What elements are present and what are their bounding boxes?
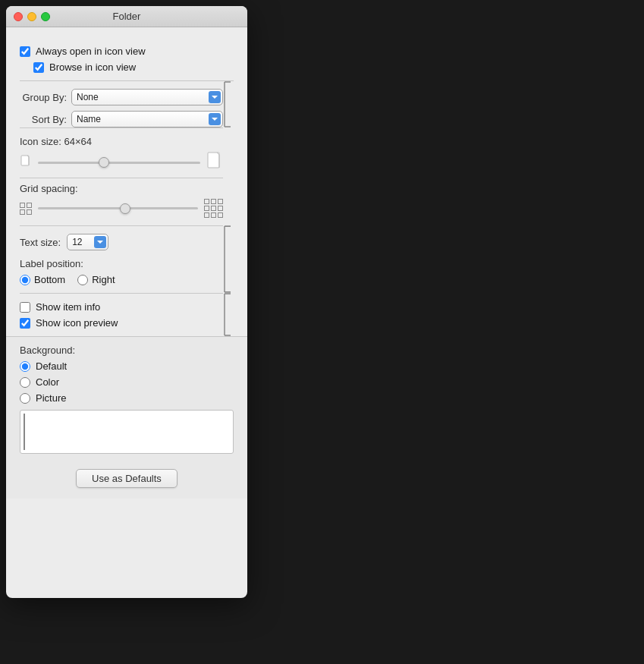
grid-spacing-section: Grid spacing: [20,178,223,225]
grid-cell [27,209,32,215]
show-icon-preview-checkbox[interactable] [20,318,30,329]
show-options-bracket [223,293,234,336]
icon-size-container: Icon size: 64×64 [20,127,234,178]
sort-by-select[interactable]: Name Kind Date Modified [71,111,223,127]
icon-size-header: Icon size: 64×64 [20,136,223,147]
background-preview [20,410,234,454]
bracket-svg [223,81,234,127]
background-section: Background: Default Color Picture [6,336,247,461]
text-label-bracket [223,225,234,293]
background-default-row: Default [20,360,234,372]
show-options-section: Show item info Show icon preview [20,293,223,336]
grid-icon-small [20,203,32,215]
label-position-label: Label position: [20,258,223,269]
traffic-lights [14,12,50,21]
icon-size-slider[interactable] [38,162,200,164]
icon-size-bracket-spacer [223,127,234,178]
label-position-radio-row: Bottom Right [20,274,223,285]
group-by-select[interactable]: None Name Kind Date Modified [71,89,223,105]
always-open-row: Always open in icon view [20,46,234,57]
grid-cell [204,199,209,204]
bracket-left-line [24,414,25,450]
minimize-button[interactable] [27,12,36,21]
background-picture-label: Picture [36,392,66,404]
group-sort-section: Group By: None Name Kind Date Modified [20,81,223,127]
title-bar: Folder [6,6,247,27]
icon-size-slider-row [20,152,223,173]
icon-size-section: Icon size: 64×64 [20,127,223,178]
icon-size-value: 64×64 [64,136,93,147]
grid-spacing-slider[interactable] [38,207,198,209]
window-content: Always open in icon view Browse in icon … [6,27,247,509]
group-sort-inner: Group By: None Name Kind Date Modified [20,81,223,127]
svg-rect-3 [21,156,29,165]
show-options-container: Show item info Show icon preview [20,293,234,336]
background-default-radio[interactable] [20,361,30,372]
grid-slider-row [20,199,223,218]
grid-cell [204,206,209,211]
background-picture-radio[interactable] [20,393,30,404]
label-bottom-text: Bottom [34,274,65,285]
file-icon-small [20,155,32,170]
grid-cell [211,206,216,211]
grid-cell [211,199,216,204]
defaults-button-row: Use as Defaults [6,461,247,499]
browse-row: Browse in icon view [33,61,234,73]
grid-spacing-container: Grid spacing: [20,178,234,225]
sort-by-select-wrapper: Name Kind Date Modified [71,111,223,127]
background-section-label: Background: [20,345,234,356]
maximize-button[interactable] [41,12,50,21]
close-button[interactable] [14,12,23,21]
grid-spacing-label: Grid spacing: [20,183,223,194]
text-size-select[interactable]: 10 11 12 13 14 [67,234,108,250]
background-color-label: Color [36,376,59,388]
text-label-section: Text size: 10 11 12 13 14 Label position… [20,225,223,293]
grid-cell [204,212,209,218]
folder-window: Folder Always open in icon view Browse i… [6,6,247,598]
label-right-text: Right [92,274,115,285]
group-sort-container: Group By: None Name Kind Date Modified [20,81,234,127]
window-title: Folder [113,11,141,22]
grid-cell [20,209,25,215]
group-by-row: Group By: None Name Kind Date Modified [20,89,223,105]
show-icon-preview-row: Show icon preview [20,317,223,329]
sort-by-row: Sort By: Name Kind Date Modified [20,111,223,127]
label-bottom-radio[interactable] [20,275,30,285]
always-open-checkbox[interactable] [20,46,30,57]
show-icon-preview-label: Show icon preview [36,317,118,329]
browse-label: Browse in icon view [49,61,136,73]
label-bottom-option[interactable]: Bottom [20,274,65,285]
icon-size-label-text: Icon size: [20,136,61,147]
background-color-row: Color [20,376,234,388]
text-size-select-wrapper: 10 11 12 13 14 [67,234,108,250]
grid-icon-large [204,199,223,218]
text-label-container: Text size: 10 11 12 13 14 Label position… [20,225,234,293]
grid-cell [218,212,223,218]
group-by-select-wrapper: None Name Kind Date Modified [71,89,223,105]
label-right-option[interactable]: Right [77,274,115,285]
show-item-info-checkbox[interactable] [20,302,30,313]
grid-cell [27,203,32,208]
text-size-label: Text size: [20,237,61,248]
sort-by-label: Sort By: [20,114,67,125]
file-icon-large [206,152,223,173]
background-picture-row: Picture [20,392,234,404]
grid-spacing-bracket-spacer [223,178,234,225]
label-right-radio[interactable] [77,275,88,285]
grid-cell [211,212,216,218]
always-open-label: Always open in icon view [36,46,146,57]
grid-cell [218,199,223,204]
group-by-label: Group By: [20,92,67,103]
text-size-row: Text size: 10 11 12 13 14 [20,234,223,250]
background-color-radio[interactable] [20,377,30,388]
svg-rect-4 [208,153,219,168]
show-bracket-svg [223,293,234,336]
grid-cell [20,203,25,208]
grid-cell [218,206,223,211]
background-default-label: Default [36,360,67,372]
view-options-section: Always open in icon view Browse in icon … [20,38,234,81]
browse-checkbox[interactable] [33,62,44,73]
use-as-defaults-button[interactable]: Use as Defaults [76,469,177,488]
show-item-info-row: Show item info [20,301,223,313]
group-sort-bracket [223,81,234,127]
